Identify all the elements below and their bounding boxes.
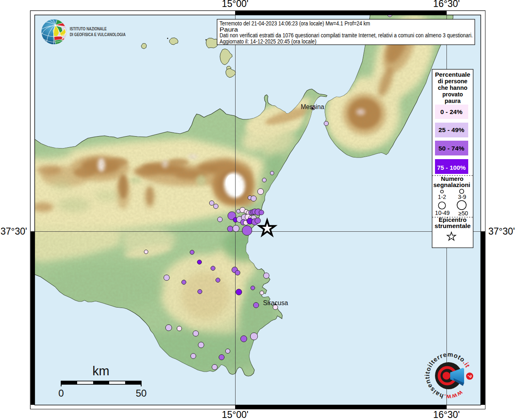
svg-text:50 - 74%: 50 - 74% [439, 145, 465, 152]
svg-text:ISTITUTO NAZIONALE: ISTITUTO NAZIONALE [70, 26, 107, 31]
svg-text:Numero: Numero [441, 176, 464, 182]
svg-text:Siracusa: Siracusa [263, 299, 288, 306]
svg-text:75 - 100%: 75 - 100% [437, 164, 466, 171]
svg-text:Aggiornato il: 14-12-2025 20:4: Aggiornato il: 14-12-2025 20:45 (ora loc… [220, 38, 316, 45]
svg-text:di persone: di persone [438, 78, 467, 84]
svg-text:1-2: 1-2 [438, 194, 446, 200]
svg-text:segnalazioni: segnalazioni [433, 182, 470, 188]
svg-text:0 - 24%: 0 - 24% [440, 109, 462, 115]
svg-text:16°30': 16°30' [433, 409, 460, 420]
svg-text:DI GEOFISICA E VULCANOLOGIA: DI GEOFISICA E VULCANOLOGIA [70, 32, 126, 37]
svg-text:km: km [92, 364, 109, 378]
svg-text:25 - 49%: 25 - 49% [439, 127, 465, 133]
svg-text:37°30': 37°30' [0, 226, 27, 237]
svg-text:50: 50 [136, 388, 147, 399]
svg-text:paura: paura [445, 98, 461, 104]
svg-text:0: 0 [58, 388, 64, 399]
svg-text:Terremoto del 21-04-2023 14:06: Terremoto del 21-04-2023 14:06:23 (ora l… [220, 20, 370, 27]
svg-text:strumentale: strumentale [435, 223, 471, 229]
svg-text:Epicentro: Epicentro [439, 217, 467, 223]
svg-text:Percentuale: Percentuale [435, 71, 470, 78]
svg-text:10-49: 10-49 [435, 210, 450, 216]
svg-text:16°30': 16°30' [433, 0, 460, 9]
svg-text:15°00': 15°00' [222, 409, 249, 420]
svg-text:Messina: Messina [301, 103, 324, 110]
svg-text:provato: provato [442, 91, 463, 98]
svg-text:3-9: 3-9 [458, 194, 466, 200]
svg-text:37°30': 37°30' [488, 226, 515, 237]
svg-text:che hanno: che hanno [438, 84, 467, 91]
svg-text:15°00': 15°00' [222, 0, 249, 9]
svg-text:≥50: ≥50 [458, 210, 468, 217]
